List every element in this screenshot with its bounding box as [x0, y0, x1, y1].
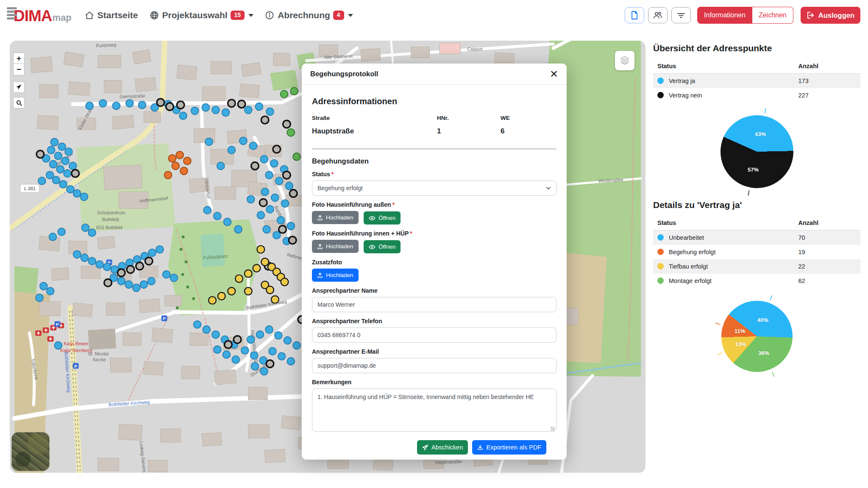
address-point-blue[interactable] [179, 112, 187, 120]
address-point-black[interactable] [283, 171, 291, 179]
address-point-black[interactable] [228, 100, 235, 107]
address-point-black[interactable] [104, 279, 112, 287]
address-point-blue[interactable] [284, 337, 292, 344]
address-point-blue[interactable] [147, 277, 155, 285]
address-point-yellow[interactable] [245, 287, 252, 295]
address-point-blue[interactable] [266, 108, 274, 116]
address-point-yellow[interactable] [271, 296, 279, 303]
address-point-blue[interactable] [61, 157, 69, 165]
address-point-blue[interactable] [271, 194, 279, 202]
layers-button[interactable] [615, 51, 634, 70]
address-point-black[interactable] [289, 190, 297, 197]
address-point-black[interactable] [166, 103, 174, 111]
address-point-blue[interactable] [133, 284, 140, 292]
address-point-blue[interactable] [156, 246, 164, 253]
address-point-blue[interactable] [222, 109, 230, 116]
address-point-blue[interactable] [223, 351, 231, 358]
address-point-black[interactable] [136, 262, 144, 270]
status-select[interactable]: Begehung erfolgt [312, 180, 556, 196]
address-point-blue[interactable] [81, 254, 89, 262]
document-tool-button[interactable] [625, 7, 644, 23]
submit-button[interactable]: Abschicken [417, 440, 468, 455]
app-logo[interactable]: DIMA map [7, 7, 72, 24]
address-point-blue[interactable] [241, 347, 249, 354]
address-point-blue[interactable] [256, 103, 263, 111]
resize-grip[interactable] [551, 427, 555, 431]
address-point-blue[interactable] [285, 182, 293, 190]
address-point-blue[interactable] [265, 326, 273, 333]
address-point-blue[interactable] [148, 249, 156, 257]
address-point-blue[interactable] [67, 186, 74, 193]
address-point-black[interactable] [279, 226, 287, 233]
address-point-blue[interactable] [170, 274, 178, 282]
basemap-switcher-thumbnail[interactable] [11, 432, 50, 471]
upload-photo2-button[interactable]: Hochladen [312, 240, 359, 253]
address-point-blue[interactable] [47, 146, 55, 154]
address-point-blue[interactable] [117, 277, 125, 285]
address-point-yellow[interactable] [209, 297, 216, 304]
address-point-blue[interactable] [228, 146, 235, 154]
address-point-blue[interactable] [96, 261, 103, 268]
address-point-black[interactable] [36, 150, 44, 158]
email-input[interactable] [312, 358, 556, 373]
address-point-black[interactable] [145, 257, 153, 265]
address-point-yellow[interactable] [218, 292, 225, 300]
address-point-blue[interactable] [247, 336, 255, 344]
address-point-black[interactable] [259, 199, 267, 207]
address-point-blue[interactable] [234, 226, 242, 233]
address-point-blue[interactable] [239, 137, 247, 145]
address-point-black[interactable] [273, 145, 281, 153]
address-point-blue[interactable] [81, 193, 88, 201]
address-point-black[interactable] [127, 266, 134, 273]
address-point-yellow[interactable] [266, 286, 274, 294]
address-point-blue[interactable] [224, 218, 231, 226]
address-point-blue[interactable] [36, 294, 43, 302]
address-point-blue[interactable] [250, 142, 257, 150]
address-point-blue[interactable] [203, 206, 211, 214]
informationen-button[interactable]: Informationen [697, 7, 752, 24]
close-icon[interactable]: ✕ [550, 69, 558, 79]
address-point-blue[interactable] [194, 321, 201, 328]
address-point-blue[interactable] [273, 231, 281, 239]
address-point-blue[interactable] [217, 162, 225, 170]
address-point-green[interactable] [281, 90, 288, 98]
address-point-blue[interactable] [247, 196, 255, 203]
address-point-blue[interactable] [58, 143, 66, 150]
address-point-blue[interactable] [82, 224, 89, 232]
address-point-blue[interactable] [214, 346, 221, 353]
address-point-blue[interactable] [265, 171, 273, 179]
address-point-green[interactable] [293, 153, 300, 161]
logout-button[interactable]: Ausloggen [801, 7, 860, 24]
address-point-blue[interactable] [50, 161, 57, 168]
filter-tool-button[interactable] [671, 7, 691, 23]
address-point-blue[interactable] [64, 170, 71, 177]
address-point-blue[interactable] [275, 332, 282, 339]
address-point-blue[interactable] [245, 106, 252, 114]
address-point-blue[interactable] [261, 188, 269, 196]
address-point-blue[interactable] [46, 171, 54, 179]
address-point-blue[interactable] [49, 233, 57, 241]
users-tool-button[interactable] [648, 7, 668, 23]
zeichnen-button[interactable]: Zeichnen [752, 7, 793, 24]
address-point-blue[interactable] [214, 212, 221, 220]
upload-zusatzfoto-button[interactable]: Hochladen [312, 269, 359, 282]
address-point-blue[interactable] [53, 176, 60, 184]
map-search-button[interactable] [13, 97, 25, 108]
address-point-blue[interactable] [88, 257, 96, 265]
address-point-blue[interactable] [293, 342, 300, 349]
address-point-blue[interactable] [126, 100, 134, 107]
locate-button[interactable] [13, 81, 25, 93]
address-point-blue[interactable] [73, 190, 81, 197]
export-pdf-button[interactable]: Exportieren als PDF [472, 440, 546, 455]
remarks-textarea[interactable]: 1. Hauseinführung und HÜP = Stirnseite, … [312, 388, 556, 432]
address-point-black[interactable] [283, 120, 291, 128]
zoom-in-button[interactable]: + [13, 53, 25, 64]
address-point-green[interactable] [290, 87, 298, 95]
address-point-blue[interactable] [86, 102, 93, 110]
address-point-blue[interactable] [251, 363, 259, 370]
address-point-yellow[interactable] [228, 287, 235, 295]
address-point-blue[interactable] [281, 200, 289, 207]
address-point-blue[interactable] [202, 104, 209, 111]
address-point-yellow[interactable] [235, 275, 243, 283]
address-point-blue[interactable] [191, 107, 199, 115]
